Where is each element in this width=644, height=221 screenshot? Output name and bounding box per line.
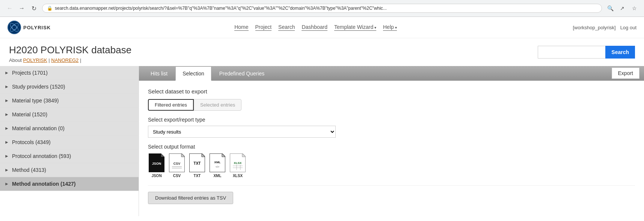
browser-chrome: ← → ↻ 🔒 search.data.enanomapper.net/proj… xyxy=(0,0,644,17)
arrow-icon-protocol-annotation: ► xyxy=(5,153,9,159)
address-bar[interactable]: 🔒 search.data.enanomapper.net/projects/p… xyxy=(42,4,602,13)
arrow-icon-protocols: ► xyxy=(5,140,9,145)
xml-label: XML xyxy=(213,174,221,178)
svg-marker-16 xyxy=(222,153,225,157)
nav-dashboard[interactable]: Dashboard xyxy=(302,24,327,31)
nav-project[interactable]: Project xyxy=(255,24,272,31)
report-type-dropdown[interactable]: Study results Material properties Summar… xyxy=(148,126,336,138)
arrow-icon-projects: ► xyxy=(5,70,9,75)
arrow-icon-method: ► xyxy=(5,167,9,173)
filtered-entries-btn[interactable]: Filtered entries xyxy=(148,99,194,111)
csv-icon: CSV xyxy=(168,153,186,173)
about-text: About xyxy=(9,57,23,63)
export-panel: Select dataset to export Filtered entrie… xyxy=(139,81,644,212)
search-input[interactable] xyxy=(538,46,605,59)
share-btn[interactable]: ↗ xyxy=(617,3,627,14)
page-title-area: H2020 POLYRISK database About POLYRISK |… xyxy=(9,44,131,63)
search-box-area: Search xyxy=(538,46,635,59)
format-txt-btn[interactable]: TXT TXT xyxy=(189,153,206,178)
format-xlsx-btn[interactable]: XLSX XLSX xyxy=(229,153,246,178)
arrow-icon-study-providers: ► xyxy=(5,84,9,89)
tab-hits-list[interactable]: Hits list xyxy=(143,66,175,81)
sidebar-item-protocol-annotation[interactable]: ► Protocol annotation (593) xyxy=(0,149,139,163)
arrow-icon-material-annotation: ► xyxy=(5,126,9,131)
format-csv-btn[interactable]: CSV CSV xyxy=(168,153,186,178)
sidebar-item-material-annotation[interactable]: ► Material annotation (0) xyxy=(0,122,139,135)
sidebar-label-study-providers: Study providers (1520) xyxy=(12,84,134,90)
sidebar-item-material-type[interactable]: ► Material type (3849) xyxy=(0,94,139,108)
svg-text:TXT: TXT xyxy=(194,161,201,165)
sidebar-item-method-annotation[interactable]: ► Method annotation (1427) xyxy=(0,177,139,191)
report-type-label: Select export/report type xyxy=(148,117,635,123)
sidebar-label-material: Material (1520) xyxy=(12,111,134,117)
format-icons-row: JSON JSON CSV xyxy=(148,153,635,178)
sidebar-item-study-providers[interactable]: ► Study providers (1520) xyxy=(0,80,139,94)
sidebar-item-projects[interactable]: ► Projects (1701) xyxy=(0,66,139,80)
page-header: H2020 POLYRISK database About POLYRISK |… xyxy=(0,38,644,66)
svg-marker-5 xyxy=(161,153,164,157)
main-layout: ► Projects (1701) ► Study providers (152… xyxy=(0,66,644,216)
bookmark-btn[interactable]: ☆ xyxy=(629,3,639,14)
format-xml-btn[interactable]: XML </> XML xyxy=(209,153,226,178)
back-btn[interactable]: ← xyxy=(5,3,15,14)
nanoreg-link[interactable]: NANOREG2 xyxy=(51,57,78,63)
csv-label: CSV xyxy=(173,174,181,178)
format-json-btn[interactable]: JSON JSON xyxy=(148,153,165,178)
svg-text:XML: XML xyxy=(214,161,221,164)
arrow-icon-method-annotation: ► xyxy=(5,181,9,186)
nav-help[interactable]: Help xyxy=(383,24,397,31)
nav-home[interactable]: Home xyxy=(234,24,248,31)
export-button[interactable]: Export xyxy=(612,68,639,79)
lock-icon: 🔒 xyxy=(47,6,53,11)
page-subtitle: About POLYRISK | NANOREG2 | xyxy=(9,57,131,63)
logo-text: POLYRISK xyxy=(23,25,51,30)
svg-text:XLSX: XLSX xyxy=(234,161,242,165)
sidebar-label-method-annotation: Method annotation (1427) xyxy=(12,181,134,187)
svg-marker-13 xyxy=(202,153,205,157)
polyrisk-link[interactable]: POLYRISK xyxy=(23,57,47,63)
content-area: Hits list Selection Predefined Queries E… xyxy=(139,66,644,216)
sidebar-label-method: Method (4313) xyxy=(12,167,134,173)
top-navbar: POLYRISK Home Project Search Dashboard T… xyxy=(0,17,644,38)
arrow-icon-material: ► xyxy=(5,112,9,117)
tab-selection[interactable]: Selection xyxy=(175,66,211,81)
svg-marker-8 xyxy=(181,153,185,157)
zoom-btn[interactable]: 🔍 xyxy=(605,3,615,14)
txt-icon: TXT xyxy=(189,153,206,173)
trailing-separator: | xyxy=(80,57,81,63)
json-icon: JSON xyxy=(148,153,165,173)
sidebar: ► Projects (1701) ► Study providers (152… xyxy=(0,66,139,216)
search-button[interactable]: Search xyxy=(605,46,635,59)
dataset-buttons: Filtered entries Selected entries xyxy=(148,99,635,111)
nav-links: Home Project Search Dashboard Template W… xyxy=(66,24,565,31)
sidebar-label-protocol-annotation: Protocol annotation (593) xyxy=(12,153,134,159)
reload-btn[interactable]: ↻ xyxy=(29,3,39,14)
nav-workshop-link[interactable]: [workshop_polyrisk] xyxy=(573,25,615,30)
logo-image xyxy=(8,21,21,34)
sidebar-item-method[interactable]: ► Method (4313) xyxy=(0,163,139,177)
arrow-icon-material-type: ► xyxy=(5,98,9,103)
sidebar-label-material-annotation: Material annotation (0) xyxy=(12,125,134,131)
download-tsv-button[interactable]: Download filtered entries as TSV xyxy=(148,192,233,204)
selected-entries-btn[interactable]: Selected entries xyxy=(194,99,241,111)
report-type-select-area: Study results Material properties Summar… xyxy=(148,126,635,138)
forward-btn[interactable]: → xyxy=(17,3,27,14)
svg-point-0 xyxy=(8,21,20,33)
nav-right: [workshop_polyrisk] Log out xyxy=(573,25,636,30)
xml-icon: XML </> xyxy=(209,153,226,173)
export-heading: Select dataset to export xyxy=(148,88,635,95)
nav-search[interactable]: Search xyxy=(278,24,295,31)
nav-template-wizard[interactable]: Template Wizard xyxy=(334,24,376,31)
sidebar-item-protocols[interactable]: ► Protocols (4349) xyxy=(0,135,139,149)
sidebar-item-material[interactable]: ► Material (1520) xyxy=(0,108,139,122)
xlsx-icon: XLSX xyxy=(229,153,246,173)
sidebar-label-protocols: Protocols (4349) xyxy=(12,139,134,145)
svg-text:</>: </> xyxy=(216,165,219,168)
nav-logout-link[interactable]: Log out xyxy=(620,25,636,30)
tabs-bar: Hits list Selection Predefined Queries E… xyxy=(139,66,644,81)
txt-label: TXT xyxy=(194,174,201,178)
sidebar-label-material-type: Material type (3849) xyxy=(12,98,134,104)
tab-predefined-queries[interactable]: Predefined Queries xyxy=(212,66,272,81)
logo-area: POLYRISK xyxy=(8,21,51,34)
json-label: JSON xyxy=(151,174,161,178)
